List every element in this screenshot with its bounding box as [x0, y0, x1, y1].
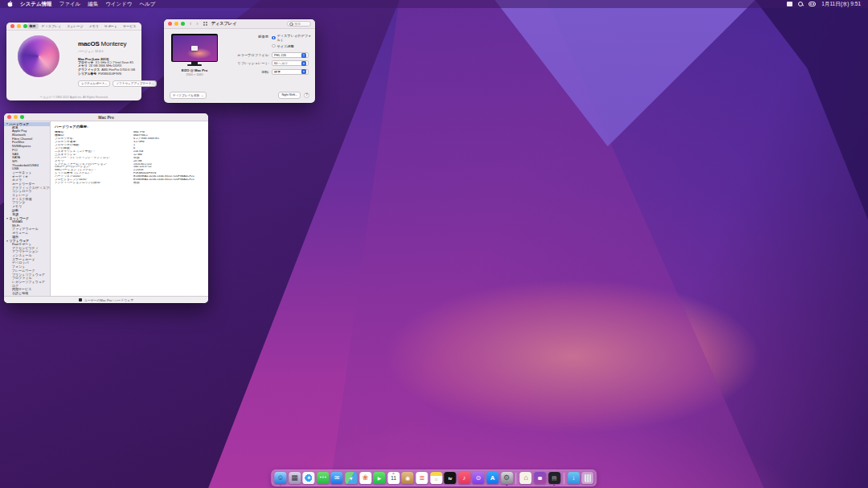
resolution-label: 解像度: — [222, 35, 272, 39]
dock-item-messages-icon[interactable] — [317, 472, 329, 484]
hardware-overview-rows: 機種名:Mac Pro機種ID:MacPro6,1プロセッサ名:6コアIntel… — [55, 131, 208, 185]
minimize-button[interactable] — [17, 24, 21, 28]
stepper-icon — [301, 61, 306, 66]
disclosure-triangle-icon[interactable] — [6, 123, 8, 125]
back-forward-buttons[interactable]: ‹ › — [190, 21, 200, 27]
disclosure-triangle-icon[interactable] — [6, 218, 8, 219]
apple-menu-icon[interactable] — [7, 1, 13, 7]
resolution-scaled-radio[interactable]: サイズ調整 — [272, 44, 312, 48]
control-center-icon[interactable] — [809, 2, 816, 6]
screen-mirroring-icon[interactable] — [787, 2, 792, 6]
dock-item-notes-icon[interactable] — [430, 472, 442, 484]
dock-item-settings-icon[interactable] — [501, 472, 513, 484]
search-input[interactable]: 検索 — [287, 21, 311, 27]
dock-item-home-icon[interactable] — [520, 472, 532, 484]
display-thumbnail — [171, 34, 218, 62]
system-report-button[interactable]: システムレポート... — [78, 80, 110, 87]
refresh-rate-select[interactable]: 60 ヘルツ — [272, 60, 309, 66]
close-button[interactable] — [168, 22, 172, 26]
dock-separator — [563, 473, 564, 484]
about-this-mac-window: 概要ディスプレイストレージメモリサポートサービス macOS Monterey … — [6, 23, 141, 100]
dock-item-sysinfo-icon[interactable] — [548, 472, 560, 484]
dock-item-facetime-icon[interactable] — [374, 472, 386, 484]
zoom-button[interactable] — [181, 22, 185, 26]
dock-item-finder-icon[interactable] — [274, 472, 286, 484]
dock-item-launchpad-icon[interactable] — [289, 472, 301, 484]
window-title: ディスプレイ — [211, 21, 237, 27]
copyright-footer: ™ および © 1983-2022 Apple Inc. All Rights … — [6, 96, 141, 99]
dock-item-maps-icon[interactable] — [345, 472, 357, 484]
spotlight-search-icon[interactable] — [798, 2, 803, 6]
chevron-down-icon: ⌄ — [201, 93, 203, 97]
about-tab[interactable]: ディスプレイ — [39, 23, 64, 29]
help-button[interactable]: ? — [304, 92, 309, 98]
color-profile-label: カラープロファイル: — [222, 53, 272, 57]
running-indicator — [280, 485, 281, 486]
disclosure-triangle-icon[interactable] — [6, 240, 8, 242]
dock-item-trash-icon[interactable] — [582, 472, 594, 484]
os-title: macOS Monterey — [78, 40, 138, 47]
dock-item-music-icon[interactable] — [458, 472, 470, 484]
rotation-select[interactable]: 標準 — [272, 69, 309, 75]
monterey-logo — [18, 35, 59, 77]
menu-item[interactable]: ウインドウ — [105, 1, 132, 8]
dock-item-min-display-icon[interactable] — [534, 472, 546, 484]
night-shift-button[interactable]: Night Shift... — [278, 92, 301, 98]
app-menu-title[interactable]: システム情報 — [20, 1, 52, 8]
menu-item[interactable]: ファイル — [59, 1, 81, 8]
hardware-overview-title: ハードウェアの概要: — [55, 125, 208, 129]
resolution-default-radio[interactable]: ディスプレイのデフォルト — [272, 34, 312, 42]
about-tab-bar: 概要ディスプレイストレージメモリサポートサービス — [27, 23, 138, 29]
rotation-label: 回転: — [222, 70, 272, 74]
sysinfo-content: ハードウェアの概要: 機種名:Mac Pro機種ID:MacPro6,1プロセッ… — [51, 121, 208, 296]
dock-item-podcasts-icon[interactable] — [473, 472, 485, 484]
refresh-rate-label: リフレッシュレート: — [222, 61, 272, 65]
menu-item[interactable]: ヘルプ — [139, 1, 155, 8]
sysinfo-status-bar: ユーザーのMac Pro › ハードウェア — [4, 296, 208, 303]
spec-row: シリアル番号F5KM60D4F9VN — [78, 72, 138, 76]
about-tab[interactable]: サポート — [102, 23, 120, 29]
info-row: アクティベーションロックの状況:無効 — [55, 182, 208, 185]
about-title-bar[interactable]: 概要ディスプレイストレージメモリサポートサービス — [6, 23, 141, 31]
display-preferences-window: ‹ › ディスプレイ 検索 EIZO @ Mac Pro 2560 × 1440… — [164, 19, 315, 103]
dock-item-mail-icon[interactable] — [331, 472, 343, 484]
running-indicator — [554, 485, 555, 486]
about-specs: プロセッサ3.5 GHz 6コアIntel Xeon E5メモリ24 GB 18… — [78, 61, 138, 77]
about-tab[interactable]: ストレージ — [64, 23, 85, 29]
minimize-button[interactable] — [174, 22, 178, 26]
window-title: Mac Pro — [4, 115, 208, 120]
about-tab[interactable]: 概要 — [27, 23, 39, 29]
menu-list: ファイル編集ウインドウヘルプ — [59, 1, 156, 8]
dock-item-safari-icon[interactable] — [303, 472, 315, 484]
display-toolbar[interactable]: ‹ › ディスプレイ 検索 — [164, 19, 315, 29]
search-icon — [289, 22, 293, 26]
stepper-icon — [301, 53, 306, 58]
dock-item-calendar-icon[interactable]: 水11 — [387, 472, 399, 484]
stepper-icon — [301, 69, 306, 74]
dock-separator — [516, 473, 517, 484]
dock-item-photos-icon[interactable] — [359, 472, 371, 484]
system-information-window: Mac Pro ハードウェアATAApple PayBluetoothFibre… — [4, 113, 208, 303]
dock-item-tv-icon[interactable] — [444, 472, 457, 484]
mac-icon — [79, 298, 83, 301]
menu-bar-clock[interactable]: 1月11日(水) 9:51 — [821, 1, 861, 8]
dock-item-downloads-icon[interactable] — [567, 472, 579, 484]
radio-selected-icon — [272, 36, 276, 40]
dock-item-appstore-icon[interactable] — [486, 472, 498, 484]
os-version: バージョン 12.6.1 — [78, 49, 138, 53]
software-update-button[interactable]: ソフトウェアアップデート... — [113, 80, 157, 87]
display-resolution: 2560 × 1440 — [170, 73, 219, 76]
about-tab[interactable]: サービス — [121, 23, 138, 29]
sysinfo-sidebar[interactable]: ハードウェアATAApple PayBluetoothFibre Channel… — [4, 121, 51, 296]
menu-bar: システム情報 ファイル編集ウインドウヘルプ 1月11日(水) 9:51 — [0, 0, 868, 8]
radio-icon — [272, 44, 276, 48]
dock-item-contacts-icon[interactable] — [402, 472, 414, 484]
sysinfo-title-bar[interactable]: Mac Pro — [4, 113, 208, 121]
show-all-icon[interactable] — [203, 22, 208, 26]
about-tab[interactable]: メモリ — [87, 23, 101, 29]
menu-item[interactable]: 編集 — [88, 1, 98, 8]
dock-item-reminders-icon[interactable] — [416, 472, 428, 484]
close-button[interactable] — [10, 24, 14, 28]
add-display-button[interactable]: ディスプレイを追加⌄ — [170, 92, 207, 99]
color-profile-select[interactable]: PHL 226 — [272, 52, 309, 58]
